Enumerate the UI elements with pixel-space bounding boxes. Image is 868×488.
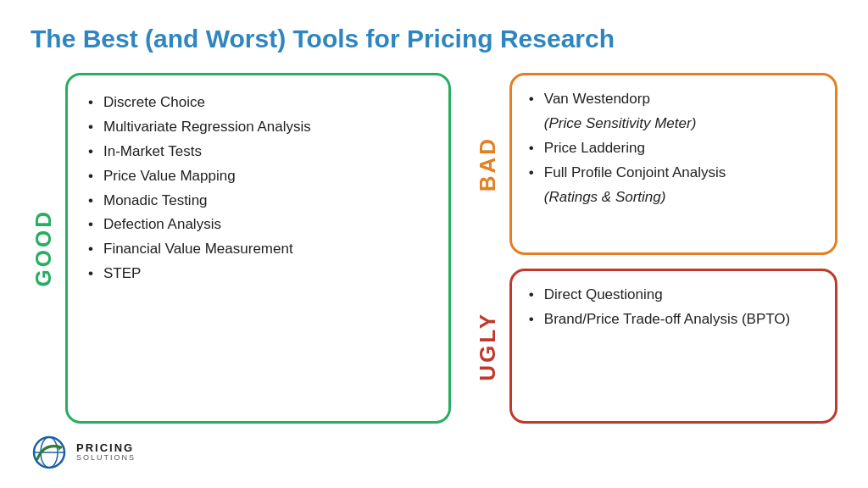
list-item: Multivariate Regression Analysis xyxy=(88,115,428,140)
bad-section: BAD Van Westendorp(Price Sensitivity Met… xyxy=(475,73,837,255)
right-column: BAD Van Westendorp(Price Sensitivity Met… xyxy=(475,73,837,424)
list-item: Brand/Price Trade-off Analysis (BPTO) xyxy=(529,308,818,332)
page-title: The Best (and Worst) Tools for Pricing R… xyxy=(31,24,837,54)
list-item: Price Value Mapping xyxy=(88,164,428,189)
logo-solutions: SOLUTIONS xyxy=(76,454,136,463)
list-item: Direct Questioning xyxy=(529,283,818,308)
bad-box: Van Westendorp(Price Sensitivity Meter) … xyxy=(509,73,837,255)
ugly-label: UGLY xyxy=(475,312,501,381)
list-item: Financial Value Measurement xyxy=(88,237,428,262)
bad-label: BAD xyxy=(475,136,501,191)
list-item: Defection Analysis xyxy=(88,213,428,237)
italic-text: (Ratings & Sorting) xyxy=(544,189,666,205)
good-label: GOOD xyxy=(31,209,57,286)
good-section: GOOD Discrete Choice Multivariate Regres… xyxy=(31,73,451,424)
list-item: In-Market Tests xyxy=(88,140,428,164)
footer: PRICING SOLUTIONS xyxy=(31,434,837,471)
main-page: The Best (and Worst) Tools for Pricing R… xyxy=(0,0,868,488)
ugly-section: UGLY Direct Questioning Brand/Price Trad… xyxy=(475,269,837,424)
bad-list: Van Westendorp(Price Sensitivity Meter) … xyxy=(529,87,818,209)
logo-text: PRICING SOLUTIONS xyxy=(76,442,136,463)
italic-text: (Price Sensitivity Meter) xyxy=(544,115,696,131)
logo-pricing: PRICING xyxy=(76,442,136,454)
ugly-list: Direct Questioning Brand/Price Trade-off… xyxy=(529,283,818,332)
logo-icon xyxy=(31,434,68,471)
ugly-box: Direct Questioning Brand/Price Trade-off… xyxy=(509,269,837,424)
list-item: Discrete Choice xyxy=(88,91,428,115)
good-box: Discrete Choice Multivariate Regression … xyxy=(65,73,451,424)
list-item: Monadic Testing xyxy=(88,189,428,214)
list-item: Price Laddering xyxy=(529,136,818,161)
content-row: GOOD Discrete Choice Multivariate Regres… xyxy=(31,73,837,424)
list-item: STEP xyxy=(88,262,428,286)
list-item: Van Westendorp(Price Sensitivity Meter) xyxy=(529,87,818,136)
good-list: Discrete Choice Multivariate Regression … xyxy=(88,91,428,286)
list-item: Full Profile Conjoint Analysis(Ratings &… xyxy=(529,161,818,210)
